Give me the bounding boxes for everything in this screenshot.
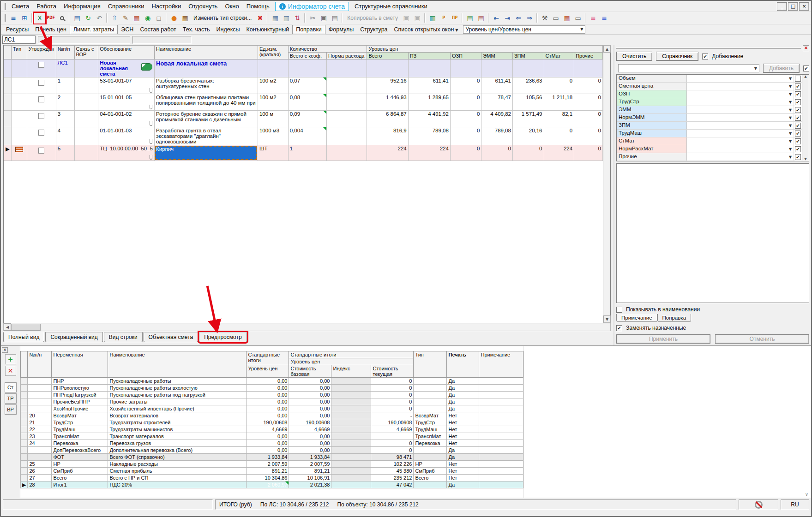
- approved-checkbox[interactable]: [38, 80, 44, 86]
- drafting-icon[interactable]: ✎: [120, 13, 131, 24]
- language-indicator[interactable]: RU: [781, 499, 809, 510]
- tab-конъюнктурный[interactable]: Конъюнктурный: [243, 25, 293, 34]
- tab-формулы[interactable]: Формулы: [325, 25, 357, 34]
- parameter-combo[interactable]: ▼: [687, 90, 794, 98]
- show-in-name-checkbox[interactable]: [616, 307, 622, 313]
- menu-item-0[interactable]: Смета: [8, 2, 33, 11]
- view-tab-объектная-смета[interactable]: Объектная смета: [144, 332, 198, 342]
- approved-checkbox[interactable]: [38, 148, 44, 154]
- parameter-combo[interactable]: ▼: [687, 137, 794, 145]
- table-edit-icon[interactable]: ▥: [281, 13, 292, 24]
- menu-structural-directories[interactable]: Структурные справочники: [351, 2, 431, 11]
- tab-структура[interactable]: Структура: [357, 25, 391, 34]
- parameter-checkbox[interactable]: ✔: [795, 99, 801, 105]
- add-button[interactable]: Добавить: [763, 64, 800, 73]
- menu-item-7[interactable]: Помощь: [243, 2, 273, 11]
- tab-ресурсы[interactable]: Ресурсы: [3, 25, 32, 34]
- approved-checkbox[interactable]: [38, 62, 44, 68]
- clear-button[interactable]: Очистить: [616, 52, 652, 61]
- copy-sheet-icon[interactable]: ▣: [401, 13, 412, 24]
- totals-tab-ст[interactable]: Ст: [5, 382, 17, 392]
- tree-structure-add-icon[interactable]: ⊞: [19, 13, 30, 24]
- parameter-combo[interactable]: ▼: [687, 98, 794, 106]
- replace-assigned-checkbox[interactable]: ✔: [616, 325, 622, 331]
- resource-icon[interactable]: ◉: [142, 13, 153, 24]
- totals-tab-вр[interactable]: ВР: [5, 404, 17, 415]
- tree-structure-icon[interactable]: ≡: [8, 13, 19, 24]
- params-scrollbar[interactable]: ▲▼: [802, 75, 809, 161]
- tab-индексы[interactable]: Индексы: [213, 25, 243, 34]
- undo-icon[interactable]: ↶: [94, 13, 105, 24]
- tab-поправка[interactable]: Поправка: [657, 314, 691, 322]
- save-icon[interactable]: ▤: [72, 13, 83, 24]
- table-delete-icon[interactable]: ▤: [475, 13, 487, 24]
- totals-row[interactable]: 24ПеревозкаПеревозка грузов0,000,000Пере…: [21, 440, 523, 447]
- panel-close-icon[interactable]: ✕: [803, 45, 809, 51]
- scroll-left-icon[interactable]: ◀: [4, 323, 11, 331]
- tariff-hammer-icon[interactable]: ⚒: [539, 13, 550, 24]
- favorites-icon[interactable]: ●: [168, 13, 180, 24]
- totals-row[interactable]: ПНРвхолостуюПусконаладочные работы вхоло…: [21, 385, 523, 392]
- menu-item-5[interactable]: Отдохнуть: [185, 2, 221, 11]
- parameter-combo[interactable]: ▼: [687, 122, 794, 129]
- comment-icon[interactable]: ◻: [153, 13, 164, 24]
- tab-состав-работ[interactable]: Состав работ: [137, 25, 179, 34]
- parameter-combo[interactable]: ▼: [687, 83, 794, 90]
- totals-row[interactable]: ДопПеревозкаВсегоДополнительная перевозк…: [21, 447, 523, 454]
- value-combo[interactable]: ▼: [618, 64, 759, 72]
- totals-tab-тр[interactable]: ТР: [5, 393, 17, 404]
- totals-row[interactable]: ▶28Итог1НДС 20%2 060,972 021,3847 042Да: [21, 481, 523, 488]
- parameter-checkbox[interactable]: [795, 76, 801, 82]
- totals-row[interactable]: 27ВсегоВсего с НР и СП10 304,8610 106,91…: [21, 475, 523, 481]
- cancel-button[interactable]: Отменить: [715, 334, 809, 344]
- delete-row-icon[interactable]: ✖: [254, 13, 265, 24]
- parameter-combo[interactable]: ▼: [687, 145, 794, 153]
- estimate-group-row[interactable]: ЛС1Новая локальная сметаНовая локальная …: [4, 59, 603, 77]
- estimate-row[interactable]: 401-01-001-03Разработка грунта в отвал э…: [4, 127, 603, 145]
- totals-row[interactable]: ФОТВсего ФОТ (справочно)1 933,841 933,84…: [21, 454, 523, 461]
- pdf-export-icon[interactable]: PDF: [45, 13, 56, 24]
- tab-список-открытых-окон[interactable]: Список открытых окон▼: [391, 25, 462, 34]
- protect-icon[interactable]: ⇧: [109, 13, 120, 24]
- totals-row[interactable]: 21ТрудСтрТрудозатраты строителей190,0060…: [21, 419, 523, 426]
- parameter-combo[interactable]: ▼: [687, 130, 794, 137]
- shift-right-icon[interactable]: ⇒: [524, 13, 535, 24]
- tab-примечание[interactable]: Примечание: [616, 314, 657, 322]
- refresh-icon[interactable]: ↻: [83, 13, 94, 24]
- table-insert-icon[interactable]: ▤: [464, 13, 475, 24]
- totals-row[interactable]: ПрочиеБезПНРПрочие затраты0,000,000Да: [21, 398, 523, 405]
- approved-checkbox[interactable]: [38, 113, 44, 119]
- copy-to-estimate-label[interactable]: Копировать в смету: [344, 15, 401, 21]
- minimize-button[interactable]: _: [777, 2, 787, 11]
- grid-horizontal-scrollbar[interactable]: ◀: [3, 323, 611, 331]
- parameter-checkbox[interactable]: ✔: [795, 154, 801, 160]
- p-doc-icon[interactable]: Р: [438, 13, 449, 24]
- totals-row[interactable]: 22ТрудМашТрудозатраты машинистов4,66694,…: [21, 426, 523, 433]
- selected-cell[interactable]: Кирпич: [155, 146, 257, 160]
- menu-item-1[interactable]: Работа: [33, 2, 60, 11]
- panel-grip[interactable]: [616, 47, 801, 49]
- chevron-down-icon[interactable]: ∨: [805, 492, 808, 497]
- parameter-checkbox[interactable]: ✔: [795, 146, 801, 152]
- menu-item-6[interactable]: Окно: [221, 2, 242, 11]
- totals-row[interactable]: ХозИнвПрочиеХозяйственный инвентарь (Про…: [21, 405, 523, 412]
- parameter-checkbox[interactable]: ✔: [795, 83, 801, 89]
- scroll-up-icon[interactable]: ▲: [603, 45, 611, 53]
- approved-checkbox[interactable]: [38, 130, 44, 136]
- add-variable-button[interactable]: +: [5, 354, 16, 364]
- reference-button[interactable]: Справочник: [656, 52, 698, 61]
- menu-item-3[interactable]: Справочники: [104, 2, 148, 11]
- parameter-checkbox[interactable]: ✔: [795, 115, 801, 121]
- parameter-checkbox[interactable]: ✔: [795, 107, 801, 113]
- apply-button[interactable]: Применить: [616, 334, 710, 344]
- change-row-type-button[interactable]: Изменить тип строки...: [191, 15, 254, 21]
- building-icon[interactable]: ▦: [180, 13, 191, 24]
- shift-left-icon[interactable]: ⇐: [513, 13, 524, 24]
- copy-sheet2-icon[interactable]: ▣: [412, 13, 423, 24]
- totals-row[interactable]: ПНРПусконаладочные работы0,000,000Да: [21, 378, 523, 385]
- tab-лимит-затраты[interactable]: Лимит. затраты: [70, 25, 118, 34]
- delivery-truck-icon[interactable]: ▭: [572, 13, 583, 24]
- price-book-icon[interactable]: ▥: [427, 13, 438, 24]
- parameter-checkbox[interactable]: ✔: [795, 123, 801, 129]
- parameter-combo[interactable]: ▼: [687, 153, 794, 160]
